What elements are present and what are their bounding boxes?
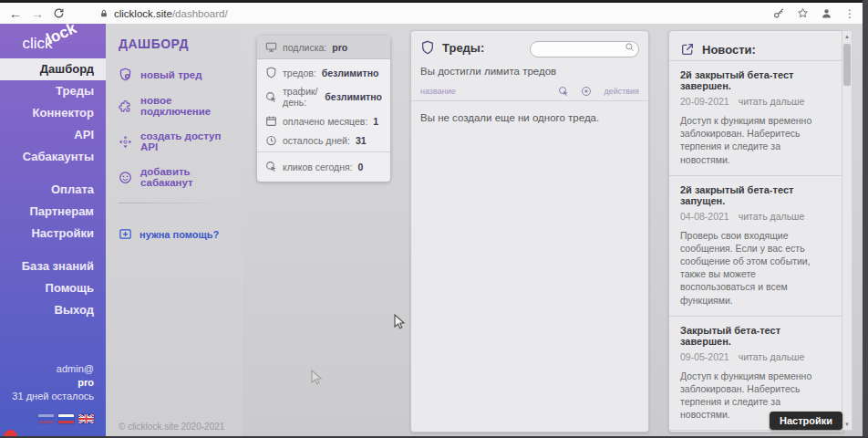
new-connection-link[interactable]: новое подключение [119, 95, 230, 117]
subscription-card: подлиска: pro тредов: безлимитно [257, 36, 390, 182]
shield-icon [420, 40, 435, 55]
sidebar-item-partners[interactable]: Партнерам [0, 201, 106, 223]
row-value: безлимитно [322, 68, 379, 78]
calendar-icon [265, 115, 277, 127]
sidebar-item-payment[interactable]: Оплата [0, 179, 106, 201]
new-thread-link[interactable]: новый тред [119, 68, 230, 81]
flag-ru-icon[interactable] [58, 414, 74, 423]
row-label: осталось дней: [283, 135, 350, 146]
subscription-value: pro [332, 42, 347, 53]
news-title: Новости: [702, 43, 756, 57]
lock-icon [99, 9, 108, 18]
smiley-icon [119, 171, 132, 184]
news-item-meta: 20-09-2021 читать дальше [680, 96, 832, 107]
subscription-row-paid-months: оплачено месяцев: 1 [257, 111, 390, 130]
monitor-icon [265, 41, 277, 53]
subscription-row-traffic: трафик/день: безлимитно [257, 82, 390, 111]
search-icon[interactable] [625, 42, 635, 52]
row-label: кликов сегодня: [283, 162, 353, 172]
key-icon[interactable] [773, 7, 785, 19]
user-days-left: 31 дней осталось [12, 390, 94, 403]
add-subaccount-label: добавить сабаканут [140, 166, 230, 188]
settings-button[interactable]: Настройки [770, 412, 842, 430]
browser-toolbar: ← → clicklock.site/dashboard/ ⋮ [0, 3, 868, 24]
url-host: clicklock.site [114, 8, 172, 19]
scroll-down-arrow-icon[interactable]: ▼ [842, 419, 852, 430]
click-icon [265, 161, 277, 172]
language-flags [38, 414, 94, 423]
subscription-body: тредов: безлимитно трафик/день: безлимит… [257, 59, 390, 151]
news-header: Новости: [669, 31, 843, 60]
need-help-label: нужна помощь? [140, 229, 219, 240]
sidebar-item-api[interactable]: API [0, 124, 106, 146]
read-more-link[interactable]: читать дальше [739, 211, 805, 222]
main-scrollbar[interactable]: ▲ ▼ [842, 30, 852, 431]
flag-uk-icon[interactable] [78, 414, 94, 423]
mouse-cursor-ghost-icon [311, 370, 324, 385]
scrollbar-thumb[interactable] [843, 44, 851, 86]
create-api-access-link[interactable]: создать доступ API [119, 130, 230, 152]
sidebar-item-settings[interactable]: Настройки [0, 223, 106, 245]
search-input[interactable] [530, 41, 639, 57]
threads-empty-message: Вы не создали еще ни одного треда. [411, 101, 648, 134]
sidebar-item-logout[interactable]: Выход [0, 299, 106, 321]
bookmark-star-icon[interactable] [797, 7, 809, 19]
dashboard-quick-panel: ДАШБОРД новый тред новое подключение соз… [106, 24, 243, 438]
news-item-body: Доступ к функциям временно заблокирован.… [680, 114, 832, 166]
read-more-link[interactable]: читать дальше [739, 351, 805, 362]
threads-title: Треды: [442, 41, 484, 55]
add-subaccount-link[interactable]: добавить сабаканут [119, 166, 230, 188]
news-item-title: Закрытый бета-тест завершен. [680, 325, 832, 347]
threads-limit-notice: Вы достигли лимита тредов [411, 55, 648, 77]
target-star-icon [581, 86, 592, 97]
news-item-meta: 09-05-2021 читать дальше [680, 351, 832, 362]
url-path: /dashboard/ [172, 8, 228, 19]
row-value: 0 [358, 162, 364, 172]
row-label: оплачено месяцев: [283, 116, 367, 127]
news-item-date: 09-05-2021 [680, 351, 729, 362]
create-api-access-label: создать доступ API [140, 130, 230, 152]
sidebar-item-threads[interactable]: Треды [0, 80, 106, 102]
subscription-header: подлиска: pro [257, 36, 390, 59]
flag-ru-faded-icon[interactable] [38, 414, 54, 423]
sidebar-item-dashboard[interactable]: Дашборд [0, 58, 106, 80]
row-label: трафик/день: [283, 86, 319, 108]
user-email: admin@ [12, 362, 94, 376]
row-value: безлимитно [325, 91, 382, 102]
sidebar-item-subaccounts[interactable]: Сабакаунты [0, 146, 106, 168]
column-name-label: название [420, 87, 456, 96]
logo-text-lock: lock [43, 19, 78, 48]
click-icon [558, 86, 569, 97]
puzzle-icon [119, 99, 132, 113]
subscription-row-clicks-today: кликов сегодня: 0 [257, 157, 390, 176]
menu-dots-icon[interactable]: ⋮ [844, 7, 855, 20]
shield-icon [265, 67, 277, 78]
help-plus-icon [119, 227, 132, 241]
new-thread-label: новый тред [140, 69, 202, 80]
scroll-up-arrow-icon[interactable]: ▲ [842, 31, 852, 42]
news-item: 2й закрытый бета-тест завершен. 20-09-20… [669, 60, 843, 176]
news-item: Закрытый бета-тест запущен. 24-11-2020 ч… [669, 431, 843, 433]
news-item-body: Проверь свои входящие сообщения. Если у … [680, 229, 832, 307]
subscription-row-threads: тредов: безлимитно [257, 63, 390, 82]
need-help-link[interactable]: нужна помощь? [119, 227, 230, 241]
profile-avatar-icon[interactable] [821, 7, 832, 19]
back-icon[interactable]: ← [9, 7, 22, 20]
new-connection-label: новое подключение [140, 95, 230, 117]
read-more-link[interactable]: читать дальше [739, 96, 805, 107]
news-item-date: 20-09-2021 [680, 96, 729, 107]
sidebar-item-connector[interactable]: Коннектор [0, 102, 106, 124]
shield-plus-icon [119, 68, 132, 81]
main-content: подлиска: pro тредов: безлимитно [243, 24, 868, 438]
row-value: 31 [356, 135, 367, 146]
forward-icon[interactable]: → [31, 7, 44, 20]
reload-icon[interactable] [53, 7, 65, 19]
subscription-label: подлиска: [283, 42, 326, 53]
sidebar-item-help[interactable]: Помощь [0, 277, 106, 299]
sidebar-item-knowledge-base[interactable]: База знаний [0, 256, 106, 277]
sidebar-user-info: admin@ pro 31 дней осталось [12, 362, 94, 403]
news-item-title: 2й закрытый бета-тест завершен. [680, 69, 832, 91]
address-bar[interactable]: clicklock.site/dashboard/ [74, 8, 764, 19]
quick-panel-title: ДАШБОРД [119, 36, 230, 51]
browser-actions: ⋮ [773, 7, 859, 20]
